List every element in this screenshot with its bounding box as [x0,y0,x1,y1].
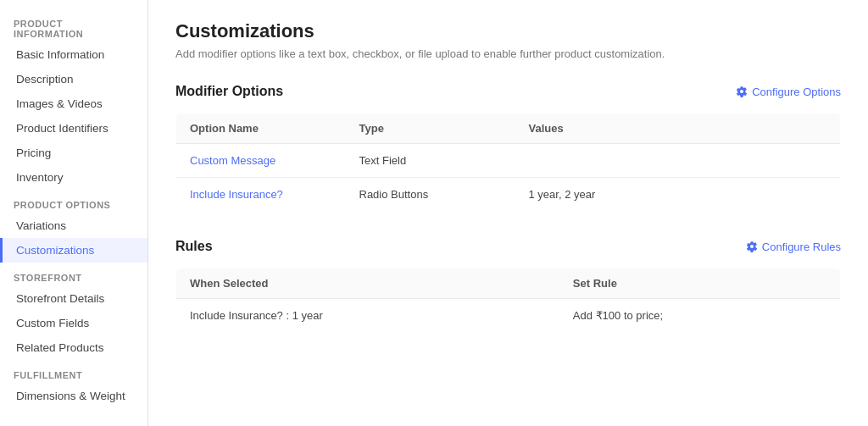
col-header-set-rule: Set Rule [559,268,841,299]
configure-options-label: Configure Options [752,86,841,98]
sidebar-item-storefront-details[interactable]: Storefront Details [0,286,147,311]
sidebar-item-customizations[interactable]: Customizations [0,238,147,263]
configure-options-link[interactable]: Configure Options [736,86,841,98]
rules-section: Rules Configure Rules When Selected Set … [175,239,841,333]
rules-title: Rules [175,239,213,254]
modifier-options-table: Option Name Type Values Custom MessageTe… [175,113,841,212]
gear-icon-rules [746,241,758,252]
rules-tbody: Include Insurance? : 1 yearAdd ₹100 to p… [176,299,841,333]
sidebar-item-description[interactable]: Description [0,67,147,91]
modifier-option-name-1: Include Insurance? [176,178,346,212]
modifier-options-section: Modifier Options Configure Options Optio… [175,84,841,212]
modifier-option-values-1: 1 year, 2 year [515,178,841,212]
gear-icon [736,86,748,97]
sidebar-item-related-products[interactable]: Related Products [0,335,147,360]
main-content: Customizations Add modifier options like… [148,0,868,426]
page-title: Customizations [175,20,841,42]
page-subtitle: Add modifier options like a text box, ch… [175,47,841,60]
rules-row-0: Include Insurance? : 1 yearAdd ₹100 to p… [176,299,841,333]
modifier-options-thead: Option Name Type Values [176,113,841,144]
rules-header-row: When Selected Set Rule [176,268,841,299]
rules-when-selected-0: Include Insurance? : 1 year [176,299,559,333]
modifier-option-values-0 [515,144,841,178]
modifier-options-header-row: Option Name Type Values [176,113,841,144]
sidebar-item-custom-fields[interactable]: Custom Fields [0,311,147,335]
modifier-options-row-0: Custom MessageText Field [176,144,841,178]
sidebar-section-storefront: STOREFRONT [0,263,147,286]
col-header-when-selected: When Selected [176,268,559,299]
sidebar-item-variations[interactable]: Variations [0,213,147,238]
sidebar-section-product-options: PRODUCT OPTIONS [0,190,147,213]
modifier-options-header: Modifier Options Configure Options [175,84,841,99]
sidebar-item-dimensions-weight[interactable]: Dimensions & Weight [0,384,147,408]
sidebar-item-product-identifiers[interactable]: Product Identifiers [0,116,147,141]
modifier-option-name-0: Custom Message [176,144,346,178]
col-header-option-name: Option Name [176,113,346,144]
sidebar-section-product-information: PRODUCT INFORMATION [0,8,147,42]
modifier-options-title: Modifier Options [175,84,283,99]
col-header-type: Type [346,113,515,144]
col-header-values: Values [515,113,841,144]
sidebar-item-inventory[interactable]: Inventory [0,165,147,190]
sidebar-item-pricing[interactable]: Pricing [0,141,147,165]
modifier-options-row-1: Include Insurance?Radio Buttons1 year, 2… [176,178,841,212]
sidebar-section-fulfillment: FULFILLMENT [0,360,147,384]
modifier-option-type-0: Text Field [346,144,515,178]
sidebar-item-basic-information[interactable]: Basic Information [0,42,147,67]
configure-rules-label: Configure Rules [762,241,841,253]
sidebar: PRODUCT INFORMATIONBasic InformationDesc… [0,0,148,426]
rules-table: When Selected Set Rule Include Insurance… [175,268,841,333]
configure-rules-link[interactable]: Configure Rules [746,241,841,253]
modifier-option-type-1: Radio Buttons [346,178,515,212]
rules-thead: When Selected Set Rule [176,268,841,299]
sidebar-item-images-videos[interactable]: Images & Videos [0,91,147,116]
rules-header: Rules Configure Rules [175,239,841,254]
rules-set-rule-0: Add ₹100 to price; [559,299,841,333]
modifier-options-tbody: Custom MessageText FieldInclude Insuranc… [176,144,841,212]
